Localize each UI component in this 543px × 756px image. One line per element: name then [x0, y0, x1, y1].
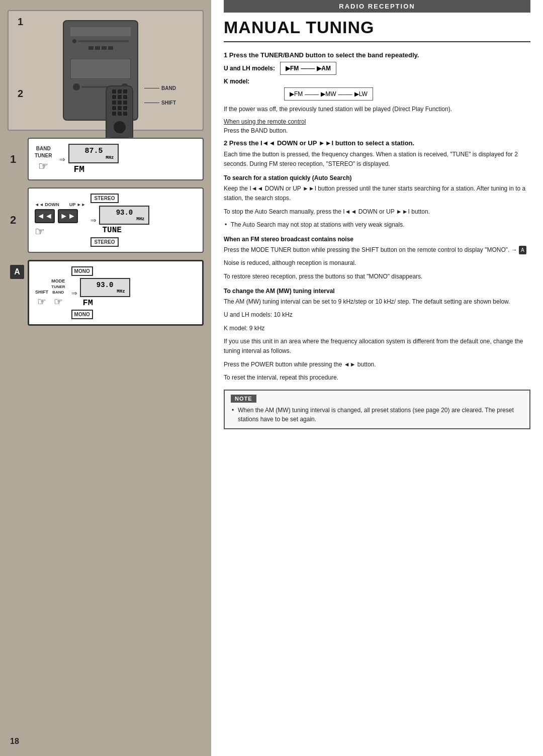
- freq-display-a: 93.0 MHz: [80, 278, 130, 297]
- hand-icon-mode: ☞: [54, 296, 63, 308]
- band-tuner-area: BAND TUNER ☞: [35, 146, 52, 173]
- shift-mode-area: SHIFT ☞ MODE TUNER BAND ☞: [35, 278, 65, 308]
- fm-noise-body1: Press the MODE TUNER button while pressi…: [224, 245, 530, 255]
- arrow-right-icon-2: ⇒: [90, 216, 97, 224]
- step1-number: 1: [10, 153, 16, 166]
- step1-display-area: ⇒ 87.5 MHz FM: [59, 144, 119, 174]
- remote-note-label: When using the remote control: [224, 118, 530, 125]
- band-label-side: BAND SHIFT: [144, 85, 176, 106]
- step1-wrapper: 1 BAND TUNER ☞ ⇒ 87.5 MHz FM: [28, 138, 204, 180]
- mono-badge: MONO: [71, 266, 93, 276]
- fm-noise-body2: Noise is reduced, although reception is …: [224, 258, 530, 268]
- page-title: MANUAL TUNING: [224, 18, 530, 42]
- label-1: 1: [18, 16, 23, 28]
- panel-a-display-area: MONO ⇒ 93.0 MHz FM MONO: [71, 266, 130, 319]
- arrow-right-icon: ⇒: [59, 155, 65, 163]
- prev-button[interactable]: ◄◄: [35, 209, 55, 223]
- step1-heading: 1 Press the TUNER/BAND button to select …: [224, 51, 530, 59]
- step2-heading: 2 Press the I◄◄ DOWN or UP ►►I button to…: [224, 139, 530, 147]
- k-model-label: K model:: [224, 78, 249, 85]
- k-flow-lw: ▶LW: [354, 90, 368, 98]
- next-button[interactable]: ►►: [58, 209, 78, 223]
- device-illustration-box: 1 2: [8, 10, 204, 131]
- am-tuning-body6: To reset the interval, repeat this proce…: [224, 373, 530, 383]
- right-panel: RADIO RECEPTION MANUAL TUNING 1 Press th…: [211, 0, 543, 756]
- down-label: ◄◄ DOWN: [35, 202, 59, 207]
- k-flow-mw: ▶MW: [321, 90, 336, 98]
- k-flow-diagram: ▶FM —— ▶MW —— ▶LW: [284, 87, 530, 101]
- step1-section: 1 Press the TUNER/BAND button to select …: [224, 51, 530, 135]
- am-tuning-section: To change the AM (MW) tuning interval Th…: [224, 288, 530, 383]
- page-number: 18: [10, 737, 19, 746]
- note-box: NOTE When the AM (MW) tuning interval is…: [224, 390, 530, 429]
- a-icon: A: [519, 246, 526, 255]
- k-flow-arrow-1: ——: [305, 90, 319, 98]
- fm-noise-body3: To restore stereo reception, press the b…: [224, 272, 530, 281]
- note-bullet1: When the AM (MW) tuning interval is chan…: [231, 406, 523, 424]
- flow-arrow-1: ——: [301, 64, 315, 72]
- am-tuning-body2: U and LH models: 10 kHz: [224, 310, 530, 320]
- u-lh-flow-diagram: ▶FM —— ▶AM: [280, 62, 336, 75]
- am-tuning-body5: Press the POWER button while pressing th…: [224, 360, 530, 369]
- am-tuning-body3: K model: 9 kHz: [224, 324, 530, 333]
- fm-label-1: FM: [68, 164, 119, 174]
- panel-a-wrapper: A SHIFT ☞ MODE TUNER BAND ☞ MONO: [28, 260, 204, 326]
- fm-noise-section: When an FM stereo broadcast contains noi…: [224, 236, 530, 281]
- am-tuning-body1: The AM (MW) tuning interval can be set t…: [224, 297, 530, 307]
- panel-a-box: SHIFT ☞ MODE TUNER BAND ☞ MONO ⇒: [28, 260, 204, 326]
- note-header: NOTE: [231, 395, 256, 403]
- freq-display-2: 93.0 MHz: [99, 206, 149, 225]
- step2-number: 2: [10, 214, 16, 227]
- hand-icon-shift: ☞: [37, 296, 46, 308]
- mono-badge-2: MONO: [71, 310, 93, 319]
- panel-a-label: A: [10, 265, 24, 279]
- up-label: UP ►►: [69, 202, 86, 207]
- freq-display-1: 87.5 MHz: [68, 144, 119, 163]
- left-panel: 1 2: [0, 0, 211, 756]
- stereo-badge-2: STEREO: [90, 237, 118, 247]
- remote-note-body: Press the BAND button.: [224, 126, 530, 136]
- flow-am: ▶AM: [317, 65, 331, 72]
- u-lh-model-row: U and LH models: ▶FM —— ▶AM: [224, 62, 530, 75]
- k-flow-arrow-2: ——: [338, 90, 352, 98]
- auto-search-heading: To search for a station quickly (Auto Se…: [224, 174, 530, 181]
- k-model-row: K model:: [224, 78, 530, 85]
- am-tuning-heading: To change the AM (MW) tuning interval: [224, 288, 530, 295]
- u-lh-label: U and LH models:: [224, 65, 275, 72]
- flow-fm: ▶FM: [286, 65, 299, 72]
- tune-label-2: TUNE: [99, 226, 149, 235]
- auto-search-bullet1: The Auto Search may not stop at stations…: [224, 220, 530, 230]
- nav-buttons-area: ◄◄ DOWN UP ►► ◄◄ ►► ☞: [35, 202, 85, 238]
- am-tuning-body4: If you use this unit in an area where th…: [224, 337, 530, 355]
- step2-wrapper: 2 ◄◄ DOWN UP ►► ◄◄ ►► ☞ STEREO: [28, 187, 204, 253]
- stereo-badge: STEREO: [90, 194, 118, 203]
- hand-icon-2: ☞: [35, 225, 85, 238]
- step2-body1: Each time the button is pressed, the fre…: [224, 150, 530, 168]
- step2-section: 2 Press the I◄◄ DOWN or UP ►►I button to…: [224, 139, 530, 168]
- hand-icon-1: ☞: [38, 160, 48, 173]
- step1-body1: If the power was off, the previously tun…: [224, 105, 530, 114]
- step1-box: BAND TUNER ☞ ⇒ 87.5 MHz FM: [28, 138, 204, 180]
- auto-search-body1: Keep the I◄◄ DOWN or UP ►►I button press…: [224, 184, 530, 203]
- k-flow-fm: ▶FM: [290, 90, 303, 98]
- step2-box: ◄◄ DOWN UP ►► ◄◄ ►► ☞ STEREO ⇒: [28, 187, 204, 253]
- label-2: 2: [18, 88, 23, 100]
- auto-search-body2: To stop the Auto Search manually, press …: [224, 207, 530, 217]
- step2-display-area: STEREO ⇒ 93.0 MHz TUNE STEREO: [90, 194, 149, 247]
- section-header: RADIO RECEPTION: [224, 0, 530, 13]
- fm-noise-heading: When an FM stereo broadcast contains noi…: [224, 236, 530, 243]
- fm-label-a: FM: [80, 298, 130, 308]
- arrow-right-icon-a: ⇒: [71, 289, 77, 297]
- auto-search-section: To search for a station quickly (Auto Se…: [224, 174, 530, 229]
